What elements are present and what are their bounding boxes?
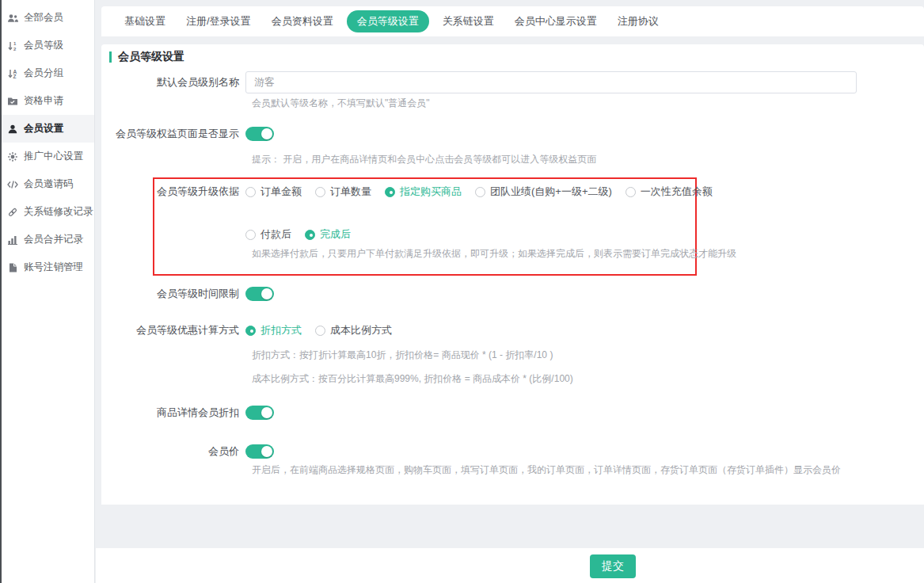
sidebar-item-label: 账号注销管理: [24, 261, 83, 274]
settings-tabbar: 基础设置 注册/登录设置 会员资料设置 会员等级设置 关系链设置 会员中心显示设…: [101, 6, 924, 36]
tab-member-level-settings[interactable]: 会员等级设置: [347, 10, 429, 32]
member-level-settings-panel: 会员等级设置 默认会员级别名称 会员默认等级名称，不填写默认"普通会员" 会员等…: [101, 44, 924, 505]
radio-after-payment[interactable]: 付款后: [245, 227, 291, 242]
users-icon: [7, 13, 18, 24]
radio-circle-icon: [626, 187, 636, 197]
radio-circle-icon: [245, 230, 256, 240]
sidebar-item-label: 会员合并记录: [24, 233, 83, 246]
sidebar-item-relation-chain-log[interactable]: 关系链修改记录: [0, 198, 94, 226]
radio-cost-ratio-method[interactable]: 成本比例方式: [315, 323, 392, 337]
rights-page-visible-toggle[interactable]: [245, 127, 274, 141]
radio-one-time-recharge[interactable]: 一次性充值余额: [626, 185, 713, 199]
folder-check-icon: [7, 96, 18, 107]
sidebar-item-all-members[interactable]: 全部会员: [0, 4, 94, 32]
sidebar-item-label: 推广中心设置: [24, 150, 83, 163]
tab-member-center-display[interactable]: 会员中心显示设置: [508, 10, 604, 32]
tab-register-agreement[interactable]: 注册协议: [610, 10, 666, 32]
sidebar-item-member-group[interactable]: AZ 会员分组: [0, 59, 94, 87]
tab-basic-settings[interactable]: 基础设置: [117, 10, 173, 32]
discount-method-hint2: 成本比例方式：按百分比计算最高999%, 折扣价格 = 商品成本价 * (比例/…: [252, 372, 573, 386]
sidebar-item-merge-log[interactable]: 会员合并记录: [0, 226, 94, 253]
svg-text:2: 2: [13, 47, 17, 51]
svg-text:1: 1: [13, 41, 17, 46]
member-price-label: 会员价: [101, 444, 245, 459]
radio-circle-icon: [315, 187, 325, 197]
upgrade-basis-label: 会员等级升级依据: [101, 185, 245, 199]
bar-chart-icon: [7, 234, 18, 246]
window-edge: [0, 0, 2, 583]
sidebar-item-label: 会员邀请码: [24, 177, 74, 191]
radio-specified-goods[interactable]: 指定购买商品: [385, 185, 462, 199]
section-header: 会员等级设置: [109, 50, 184, 64]
sidebar-item-label: 会员分组: [24, 67, 63, 80]
member-price-hint: 开启后，在前端商品选择规格页面，购物车页面，填写订单页面，我的订单页面，订单详情…: [252, 463, 841, 477]
discount-method-label: 会员等级优惠计算方式: [101, 323, 245, 337]
sidebar-item-label: 会员设置: [24, 122, 63, 135]
upgrade-basis-hint: 如果选择付款后，只要用户下单付款满足升级依据，即可升级；如果选择完成后，则表示需…: [252, 247, 736, 261]
rights-page-visible-label: 会员等级权益页面是否显示: [101, 127, 245, 141]
rights-page-visible-hint: 提示： 开启，用户在商品详情页和会员中心点击会员等级都可以进入等级权益页面: [252, 153, 596, 166]
submit-button[interactable]: 提交: [590, 554, 636, 578]
sidebar-item-label: 全部会员: [24, 11, 63, 25]
default-level-name-hint: 会员默认等级名称，不填写默认"普通会员": [252, 97, 430, 110]
radio-circle-icon: [245, 187, 256, 197]
sidebar-item-label: 会员等级: [24, 39, 63, 52]
radio-discount-method[interactable]: 折扣方式: [245, 323, 302, 337]
sidebar-item-promotion-center[interactable]: 推广中心设置: [0, 143, 94, 170]
file-icon: [7, 262, 18, 273]
code-icon: [7, 179, 18, 190]
tab-relation-chain-settings[interactable]: 关系链设置: [435, 10, 501, 32]
sidebar-item-account-cancellation[interactable]: 账号注销管理: [0, 253, 94, 281]
discount-method-hint1: 折扣方式：按打折计算最高10折，折扣价格= 商品现价 * (1 - 折扣率/10…: [252, 349, 553, 362]
radio-circle-icon: [475, 187, 485, 197]
section-accent-bar: [109, 51, 112, 63]
radio-after-completion[interactable]: 完成后: [305, 227, 351, 242]
svg-text:Z: Z: [13, 74, 17, 79]
default-level-name-input[interactable]: [245, 71, 857, 93]
time-limit-toggle[interactable]: [245, 287, 274, 301]
radio-order-amount[interactable]: 订单金额: [245, 185, 302, 199]
tab-member-profile-settings[interactable]: 会员资料设置: [264, 10, 340, 32]
sort-alpha-icon: AZ: [7, 68, 18, 79]
sidebar-item-qualification[interactable]: 资格申请: [0, 87, 94, 115]
link-icon: [7, 207, 18, 218]
radio-order-count[interactable]: 订单数量: [315, 185, 371, 199]
radio-circle-icon: [315, 326, 325, 336]
sidebar-item-invite-code[interactable]: 会员邀请码: [0, 170, 94, 198]
radio-circle-icon: [305, 230, 315, 240]
radio-circle-icon: [385, 187, 395, 197]
default-level-name-label: 默认会员级别名称: [101, 75, 245, 90]
user-icon: [7, 124, 18, 135]
radio-circle-icon: [245, 326, 256, 336]
sidebar-item-member-level[interactable]: 12 会员等级: [0, 32, 94, 59]
detail-discount-label: 商品详情会员折扣: [101, 406, 245, 420]
tab-register-login-settings[interactable]: 注册/登录设置: [179, 10, 258, 32]
sort-numeric-icon: 12: [7, 40, 18, 51]
footer-bar: 提交: [96, 548, 924, 583]
radio-team-performance[interactable]: 团队业绩(自购+一级+二级): [475, 185, 612, 199]
section-title: 会员等级设置: [118, 50, 184, 64]
sidebar: 全部会员 12 会员等级 AZ 会员分组 资格申请 会员设置 推广中心设置 会员…: [0, 0, 95, 583]
sidebar-item-label: 资格申请: [24, 94, 63, 108]
member-price-toggle[interactable]: [245, 444, 274, 459]
sidebar-item-label: 关系链修改记录: [24, 205, 93, 219]
time-limit-label: 会员等级时间限制: [101, 287, 245, 301]
sidebar-item-member-settings[interactable]: 会员设置: [0, 115, 94, 143]
detail-discount-toggle[interactable]: [245, 406, 274, 420]
gear-icon: [7, 151, 18, 162]
